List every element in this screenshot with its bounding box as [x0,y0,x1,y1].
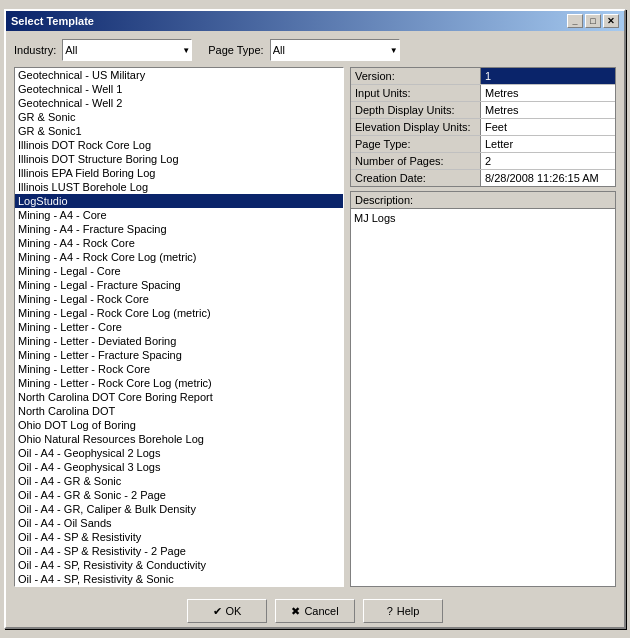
input-units-key: Input Units: [351,85,481,101]
creation-date-key: Creation Date: [351,170,481,186]
list-item[interactable]: LogStudio [15,194,343,208]
cancel-label: Cancel [304,605,338,617]
input-units-value: Metres [481,85,615,101]
list-item[interactable]: Illinois EPA Field Boring Log [15,166,343,180]
help-button[interactable]: ? Help [363,599,443,623]
list-item[interactable]: Illinois DOT Rock Core Log [15,138,343,152]
cross-icon: ✖ [291,605,300,618]
list-item[interactable]: Oil - A4 - GR & Sonic - 2 Page [15,488,343,502]
industry-label: Industry: [14,44,56,56]
input-units-row: Input Units: Metres [351,85,615,102]
list-item[interactable]: Mining - A4 - Rock Core Log (metric) [15,250,343,264]
elevation-display-value: Feet [481,119,615,135]
version-row: Version: 1 [351,68,615,85]
elevation-display-row: Elevation Display Units: Feet [351,119,615,136]
version-key: Version: [351,68,481,84]
description-content: MJ Logs [350,208,616,587]
list-item[interactable]: Oil - A4 - SP, Resistivity & Conductivit… [15,558,343,572]
page-type-select-wrapper: All [270,39,400,61]
list-item[interactable]: Ohio Natural Resources Borehole Log [15,432,343,446]
description-label: Description: [350,191,616,208]
list-item[interactable]: Oil - A4 - Geophysical 2 Logs [15,446,343,460]
page-type-label: Page Type: [208,44,263,56]
depth-display-value: Metres [481,102,615,118]
maximize-button[interactable]: □ [585,14,601,28]
title-bar-buttons: _ □ ✕ [567,14,619,28]
template-list-panel: Geotechnical - US MilitaryGeotechnical -… [14,67,344,587]
title-bar: Select Template _ □ ✕ [6,11,624,31]
depth-display-key: Depth Display Units: [351,102,481,118]
bottom-bar: ✔ OK ✖ Cancel ? Help [14,593,616,629]
creation-date-value: 8/28/2008 11:26:15 AM [481,170,615,186]
help-icon: ? [387,605,393,617]
filters-row: Industry: All Page Type: All [14,39,616,61]
depth-display-row: Depth Display Units: Metres [351,102,615,119]
list-item[interactable]: Illinois LUST Borehole Log [15,180,343,194]
list-item[interactable]: Oil - A4 - GR, Caliper & Bulk Density [15,502,343,516]
close-button[interactable]: ✕ [603,14,619,28]
help-label: Help [397,605,420,617]
select-template-window: Select Template _ □ ✕ Industry: All Page… [4,9,626,629]
window-content: Industry: All Page Type: All [6,31,624,637]
list-item[interactable]: Oil - A4 - SP & Resistivity [15,530,343,544]
ok-button[interactable]: ✔ OK [187,599,267,623]
industry-select-wrapper: All [62,39,192,61]
list-item[interactable]: Mining - Letter - Fracture Spacing [15,348,343,362]
list-item[interactable]: Mining - A4 - Fracture Spacing [15,222,343,236]
list-item[interactable]: Oil - A4 - SP & Resistivity - 2 Page [15,544,343,558]
list-item[interactable]: Geotechnical - Well 2 [15,96,343,110]
main-area: Geotechnical - US MilitaryGeotechnical -… [14,67,616,587]
num-pages-value: 2 [481,153,615,169]
ok-label: OK [226,605,242,617]
checkmark-icon: ✔ [213,605,222,618]
num-pages-key: Number of Pages: [351,153,481,169]
page-type-select[interactable]: All [270,39,400,61]
minimize-button[interactable]: _ [567,14,583,28]
list-item[interactable]: Mining - A4 - Core [15,208,343,222]
creation-date-row: Creation Date: 8/28/2008 11:26:15 AM [351,170,615,186]
list-item[interactable]: Mining - Letter - Core [15,320,343,334]
list-item[interactable]: Mining - Letter - Deviated Boring [15,334,343,348]
list-item[interactable]: Oil - A4 - GR & Sonic [15,474,343,488]
template-list[interactable]: Geotechnical - US MilitaryGeotechnical -… [15,68,343,586]
list-item[interactable]: Oil - A4 - SP, Resistivity & Sonic [15,572,343,586]
num-pages-row: Number of Pages: 2 [351,153,615,170]
list-item[interactable]: Mining - Letter - Rock Core Log (metric) [15,376,343,390]
list-item[interactable]: Mining - Legal - Rock Core [15,292,343,306]
window-title: Select Template [11,15,94,27]
description-section: Description: MJ Logs [350,191,616,587]
list-item[interactable]: Oil - A4 - Oil Sands [15,516,343,530]
info-panel: Version: 1 Input Units: Metres Depth Dis… [350,67,616,587]
page-type-info-key: Page Type: [351,136,481,152]
list-item[interactable]: GR & Sonic1 [15,124,343,138]
list-item[interactable]: Mining - Legal - Fracture Spacing [15,278,343,292]
version-value: 1 [481,68,615,84]
list-item[interactable]: Ohio DOT Log of Boring [15,418,343,432]
cancel-button[interactable]: ✖ Cancel [275,599,355,623]
industry-filter: Industry: All [14,39,192,61]
list-item[interactable]: Mining - Legal - Rock Core Log (metric) [15,306,343,320]
list-item[interactable]: North Carolina DOT Core Boring Report [15,390,343,404]
list-item[interactable]: Mining - Legal - Core [15,264,343,278]
list-item[interactable]: Illinois DOT Structure Boring Log [15,152,343,166]
page-type-info-value: Letter [481,136,615,152]
list-item[interactable]: Oil - A4 - Geophysical 3 Logs [15,460,343,474]
list-item[interactable]: Mining - Letter - Rock Core [15,362,343,376]
list-item[interactable]: Mining - A4 - Rock Core [15,236,343,250]
page-type-row: Page Type: Letter [351,136,615,153]
industry-select[interactable]: All [62,39,192,61]
list-item[interactable]: Geotechnical - Well 1 [15,82,343,96]
page-type-filter: Page Type: All [208,39,399,61]
list-item[interactable]: Geotechnical - US Military [15,68,343,82]
info-table: Version: 1 Input Units: Metres Depth Dis… [350,67,616,187]
list-item[interactable]: North Carolina DOT [15,404,343,418]
list-item[interactable]: GR & Sonic [15,110,343,124]
elevation-display-key: Elevation Display Units: [351,119,481,135]
